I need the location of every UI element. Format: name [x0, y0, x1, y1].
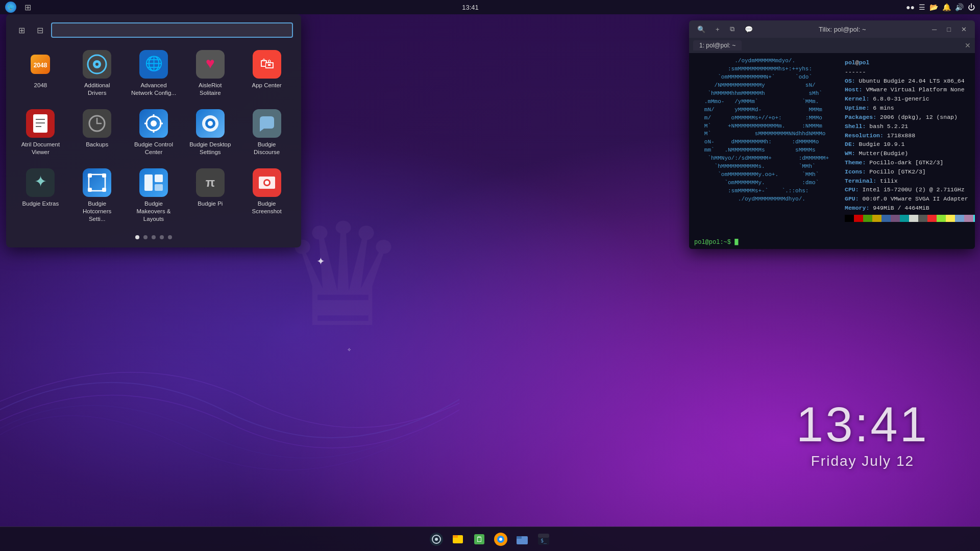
firefox-icon[interactable]: [491, 530, 510, 549]
steam-icon[interactable]: [427, 530, 446, 549]
svg-point-58: [499, 538, 502, 541]
svg-text:✦: ✦: [34, 173, 47, 190]
terminal-sync-button[interactable]: ⧉: [727, 24, 738, 34]
app-launcher: ⊞ ⊟ 2048 2048 Additional Drivers 🌐 Advan…: [6, 14, 301, 247]
terminal-tab-actions: ✕: [965, 41, 971, 49]
terminal-add-button[interactable]: +: [713, 24, 723, 34]
color-swatch: [964, 215, 973, 222]
app-icon-atril-document-viewer: [26, 109, 55, 138]
neofetch-art: ./oydmMMMMMMmdyo/. :smMMMMMMMMMMMMhs+:++…: [694, 57, 845, 233]
svg-rect-42: [155, 184, 163, 191]
prompt-text: pol@pol:~$: [694, 239, 731, 246]
terminal-prompt[interactable]: pol@pol:~$ █: [689, 237, 975, 249]
color-swatch: [955, 215, 964, 222]
app-grid-button[interactable]: ⊞: [20, 0, 35, 14]
terminal-window: 🔍 + ⧉ 💬 Tilix: pol@pol: ~ ─ □ ✕ 1: pol@p…: [689, 20, 975, 249]
app-label: Budgie Pi: [198, 200, 223, 208]
svg-text:2048: 2048: [34, 62, 47, 69]
terminal-tab-1[interactable]: 1: pol@pol: ~: [693, 40, 742, 51]
app-item-budgie-desktop-settings[interactable]: Budgie Desktop Settings: [184, 105, 236, 160]
app-label: Budgie Makeovers & Layouts: [131, 200, 177, 223]
app-item-budgie-pi[interactable]: π Budgie Pi: [184, 164, 236, 227]
svg-rect-38: [102, 188, 106, 192]
app-label: Additional Drivers: [74, 82, 120, 97]
nemo-icon[interactable]: [512, 530, 532, 549]
tilix-icon[interactable]: $_: [534, 530, 553, 549]
app-icon-budgie-hotcorners-settings: [83, 168, 111, 197]
app-label: Atril Document Viewer: [17, 141, 63, 156]
app-item-budgie-extras[interactable]: ✦ Budgie Extras: [14, 164, 67, 227]
svg-rect-60: [517, 536, 522, 539]
app-icon-budgie-desktop-settings: [196, 109, 225, 138]
terminal-notification-button[interactable]: 💬: [742, 24, 756, 34]
star-decoration: ✦: [316, 255, 325, 267]
color-swatch: [881, 215, 891, 222]
app-item-backups[interactable]: Backups: [71, 105, 124, 160]
color-swatch: [937, 215, 946, 222]
pagination-dot-0[interactable]: [135, 235, 139, 239]
terminal-pane-close-icon[interactable]: ✕: [965, 41, 971, 49]
app-label: 2048: [34, 82, 47, 89]
pagination-dot-3[interactable]: [160, 235, 164, 239]
app-item-app-center[interactable]: 🛍 App Center: [240, 46, 293, 101]
app-item-budgie-discourse[interactable]: Budgie Discourse: [240, 105, 293, 160]
app-label: Budgie Extras: [22, 200, 59, 208]
app-icon-advanced-network-config: 🌐: [139, 50, 168, 79]
app-item-budgie-screenshot[interactable]: Budgie Screenshot: [240, 164, 293, 227]
app-label: Budgie Desktop Settings: [187, 141, 233, 156]
svg-rect-62: [538, 534, 549, 538]
app-icon-app-center: 🛍: [253, 50, 281, 79]
svg-rect-37: [88, 188, 92, 192]
notification-bell-icon[interactable]: 🔔: [942, 3, 951, 11]
app-search-input[interactable]: [51, 22, 293, 38]
pagination-dot-1[interactable]: [143, 235, 148, 239]
app-item-budgie-makeovers-layouts[interactable]: Budgie Makeovers & Layouts: [128, 164, 180, 227]
app-item-budgie-hotcorners-settings[interactable]: Budgie Hotcorners Setti...: [71, 164, 124, 227]
app-label: Budgie Control Center: [131, 141, 177, 156]
terminal-body[interactable]: ./oydmMMMMMMmdyo/. :smMMMMMMMMMMMMhs+:++…: [689, 53, 975, 237]
files-icon[interactable]: [448, 530, 468, 549]
svg-point-48: [265, 181, 269, 185]
list-view-button[interactable]: ⊟: [33, 23, 47, 37]
panel-right: ●● ☰ 📂 🔔 🔊 ⏻: [906, 3, 975, 11]
svg-point-51: [435, 538, 438, 541]
app-item-aisleriot-solitaire[interactable]: ♥ AisleRiot Solitaire: [184, 46, 236, 101]
app-item-2048[interactable]: 2048 2048: [14, 46, 67, 101]
svg-rect-36: [102, 173, 106, 178]
buho-icon[interactable]: 🗒: [470, 530, 489, 549]
app-label: Advanced Network Config...: [131, 82, 177, 97]
terminal-title: Tilix: pol@pol: ~: [760, 26, 925, 33]
volume-icon[interactable]: 🔊: [955, 3, 964, 11]
files-icon[interactable]: 📂: [929, 3, 938, 11]
grid-view-button[interactable]: ⊞: [14, 23, 29, 37]
panel-clock-center: 13:41: [462, 4, 479, 11]
color-swatch: [854, 215, 863, 222]
menu-icon[interactable]: ☰: [919, 3, 925, 11]
pagination-dot-4[interactable]: [168, 235, 172, 239]
svg-point-21: [151, 120, 157, 127]
app-item-advanced-network-config[interactable]: 🌐 Advanced Network Config...: [128, 46, 180, 101]
notification-dots-icon[interactable]: ●●: [906, 3, 915, 11]
power-icon[interactable]: ⏻: [968, 3, 975, 11]
cursor-block: █: [734, 239, 738, 246]
app-icon-budgie-control-center: [139, 109, 168, 138]
terminal-search-button[interactable]: 🔍: [694, 24, 708, 34]
app-item-atril-document-viewer[interactable]: Atril Document Viewer: [14, 105, 67, 160]
color-swatch: [872, 215, 881, 222]
terminal-close-button[interactable]: ✕: [958, 24, 970, 34]
terminal-titlebar: 🔍 + ⧉ 💬 Tilix: pol@pol: ~ ─ □ ✕: [689, 20, 975, 38]
pagination-dot-2[interactable]: [152, 235, 156, 239]
svg-text:🗒: 🗒: [476, 535, 483, 543]
budgie-logo[interactable]: 🐦: [5, 2, 16, 13]
app-label: Budgie Discourse: [244, 141, 290, 156]
top-panel: 🐦 ⊞ 13:41 ●● ☰ 📂 🔔 🔊 ⏻: [0, 0, 980, 14]
svg-text:♥: ♥: [206, 55, 215, 71]
svg-text:🛍: 🛍: [260, 56, 274, 71]
app-item-budgie-control-center[interactable]: Budgie Control Center: [128, 105, 180, 160]
terminal-minimize-button[interactable]: ─: [929, 24, 940, 34]
app-item-additional-drivers[interactable]: Additional Drivers: [71, 46, 124, 101]
app-label: Budgie Screenshot: [244, 200, 290, 215]
terminal-maximize-button[interactable]: □: [944, 24, 954, 34]
pagination-dots: [14, 235, 293, 239]
app-icon-budgie-pi: π: [196, 168, 225, 197]
